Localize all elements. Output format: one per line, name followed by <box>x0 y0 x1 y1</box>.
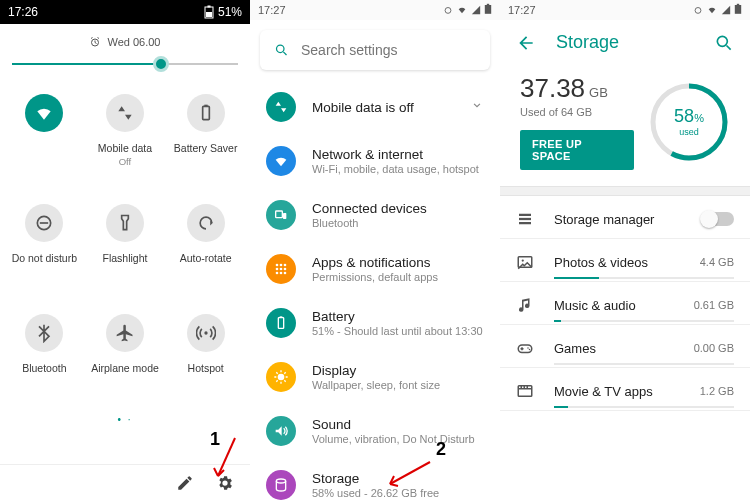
storage-row-music[interactable]: Music & audio0.61 GB <box>500 282 750 325</box>
rotate-icon <box>187 204 225 242</box>
airplane-icon <box>106 314 144 352</box>
display-icon <box>266 362 296 392</box>
gear-icon[interactable] <box>216 474 234 492</box>
tile-label: Bluetooth <box>22 362 66 375</box>
qs-tile-rotate[interactable]: Auto-rotate <box>165 192 246 302</box>
svg-rect-11 <box>487 4 489 6</box>
search-icon[interactable] <box>714 33 734 53</box>
settings-item-mobile-data[interactable]: Mobile data is off <box>250 80 500 134</box>
brightness-slider[interactable] <box>12 54 238 74</box>
qs-tile-flashlight[interactable]: Flashlight <box>85 192 166 302</box>
svg-rect-5 <box>204 105 207 107</box>
storage-row-photos[interactable]: Photos & videos4.4 GB <box>500 239 750 282</box>
svg-point-8 <box>204 331 207 334</box>
annotation-1: 1 <box>210 429 220 450</box>
storage-row-games[interactable]: Games0.00 GB <box>500 325 750 368</box>
item-title: Network & internet <box>312 147 479 162</box>
settings-item-display[interactable]: DisplayWallpaper, sleep, font size <box>250 350 500 404</box>
storage-row-movies[interactable]: Movie & TV apps1.2 GB <box>500 368 750 411</box>
tile-label: Flashlight <box>103 252 148 265</box>
svg-point-27 <box>276 479 285 483</box>
qs-tile-airplane[interactable]: Airplane mode <box>85 302 166 412</box>
alarm-text: Wed 06.00 <box>107 36 160 48</box>
back-icon[interactable] <box>516 33 536 53</box>
settings-item-apps[interactable]: Apps & notificationsPermissions, default… <box>250 242 500 296</box>
settings-item-devices[interactable]: Connected devicesBluetooth <box>250 188 500 242</box>
svg-point-38 <box>522 259 524 261</box>
alarm-row[interactable]: Wed 06.00 <box>0 24 250 54</box>
slider-thumb[interactable] <box>153 56 169 72</box>
mobile-data-icon <box>106 94 144 132</box>
settings-item-battery[interactable]: Battery51% - Should last until about 13:… <box>250 296 500 350</box>
svg-rect-34 <box>519 214 531 216</box>
row-label: Movie & TV apps <box>554 384 684 399</box>
hotspot-icon <box>187 314 225 352</box>
svg-rect-24 <box>278 318 283 329</box>
tile-label: Auto-rotate <box>180 252 232 265</box>
item-title: Mobile data is off <box>312 100 414 115</box>
svg-point-16 <box>280 264 283 267</box>
svg-rect-30 <box>737 4 739 6</box>
storage-icon <box>266 470 296 500</box>
row-value: 0.61 GB <box>694 299 734 311</box>
svg-point-9 <box>445 8 451 14</box>
svg-point-15 <box>276 264 279 267</box>
item-subtitle: 58% used - 26.62 GB free <box>312 487 439 499</box>
battery-icon <box>187 94 225 132</box>
search-icon <box>274 41 289 59</box>
qs-tile-mobile-data[interactable]: Mobile dataOff <box>85 82 166 192</box>
photos-icon <box>516 253 538 271</box>
toggle-switch[interactable] <box>702 212 734 226</box>
row-value: 0.00 GB <box>694 342 734 354</box>
used-value: 37.38 <box>520 73 585 104</box>
quick-settings-grid: Mobile dataOffBattery SaverDo not distur… <box>0 78 250 412</box>
tile-label: Mobile dataOff <box>98 142 152 167</box>
svg-rect-7 <box>40 222 48 224</box>
svg-point-12 <box>277 45 285 53</box>
svg-rect-2 <box>206 12 212 17</box>
row-label: Games <box>554 341 678 356</box>
usage-bar <box>554 363 734 365</box>
search-input[interactable] <box>301 42 476 58</box>
free-up-space-button[interactable]: FREE UP SPACE <box>520 130 634 170</box>
row-value: 4.4 GB <box>700 256 734 268</box>
qs-tile-hotspot[interactable]: Hotspot <box>165 302 246 412</box>
status-right: 51% <box>204 5 242 19</box>
games-icon <box>516 339 538 357</box>
settings-item-storage[interactable]: Storage58% used - 26.62 GB free <box>250 458 500 500</box>
storage-summary: 37.38 GB Used of 64 GB FREE UP SPACE 58%… <box>500 65 750 186</box>
usage-bar <box>554 320 734 322</box>
item-title: Sound <box>312 417 475 432</box>
used-unit: GB <box>589 85 608 100</box>
tile-label: Airplane mode <box>91 362 159 375</box>
settings-item-wifi[interactable]: Network & internetWi-Fi, mobile, data us… <box>250 134 500 188</box>
status-time: 17:27 <box>508 4 536 16</box>
flashlight-icon <box>106 204 144 242</box>
svg-point-21 <box>276 272 279 275</box>
row-label: Music & audio <box>554 298 678 313</box>
devices-icon <box>266 200 296 230</box>
qs-tile-wifi[interactable] <box>4 82 85 192</box>
alarm-icon <box>89 36 101 48</box>
storage-panel: 17:27 Storage 37.38 GB Used of 64 GB FRE… <box>500 0 750 500</box>
item-subtitle: Bluetooth <box>312 217 427 229</box>
qs-tile-bluetooth[interactable]: Bluetooth <box>4 302 85 412</box>
sound-icon <box>266 416 296 446</box>
alarm-icon <box>443 5 453 15</box>
search-bar[interactable] <box>260 30 490 70</box>
svg-rect-35 <box>519 218 531 220</box>
qs-tile-battery[interactable]: Battery Saver <box>165 82 246 192</box>
chevron-down-icon <box>470 98 484 116</box>
status-battery: 51% <box>218 5 242 19</box>
item-subtitle: Permissions, default apps <box>312 271 438 283</box>
svg-rect-29 <box>735 5 741 14</box>
wifi-icon <box>706 5 718 15</box>
battery-icon <box>204 5 214 19</box>
page-indicator[interactable]: • · <box>0 412 250 427</box>
qs-tile-dnd[interactable]: Do not disturb <box>4 192 85 302</box>
music-icon <box>516 296 538 314</box>
settings-item-sound[interactable]: SoundVolume, vibration, Do Not Disturb <box>250 404 500 458</box>
bluetooth-icon <box>25 314 63 352</box>
edit-icon[interactable] <box>176 474 194 492</box>
storage-row-manager[interactable]: Storage manager <box>500 196 750 239</box>
